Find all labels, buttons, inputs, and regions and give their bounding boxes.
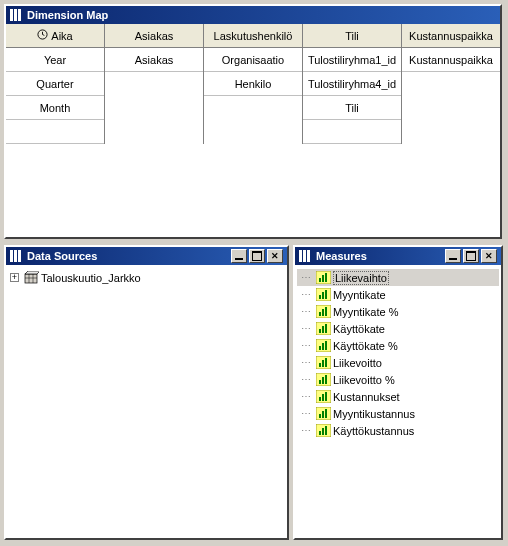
- tree-branch-icon: ⋯: [299, 323, 313, 334]
- measure-item[interactable]: ⋯Liikevaihto: [297, 269, 499, 286]
- measure-icon: [315, 339, 331, 353]
- svg-rect-42: [319, 380, 321, 384]
- dimension-map-body: AikaYearQuarterMonthAsiakasAsiakasLaskut…: [6, 24, 500, 237]
- dimension-header[interactable]: Kustannuspaikka: [402, 24, 500, 48]
- dimension-map-titlebar[interactable]: Dimension Map: [6, 6, 500, 24]
- svg-rect-27: [322, 309, 324, 316]
- data-source-item[interactable]: +Talouskuutio_Jarkko: [8, 269, 285, 286]
- measure-item[interactable]: ⋯Kustannukset: [297, 388, 499, 405]
- measure-item[interactable]: ⋯Myyntikustannus: [297, 405, 499, 422]
- svg-rect-30: [319, 329, 321, 333]
- expand-icon[interactable]: +: [10, 273, 19, 282]
- dimension-cell[interactable]: Henkilo: [204, 72, 302, 96]
- svg-rect-50: [319, 414, 321, 418]
- svg-rect-35: [322, 343, 324, 350]
- dimension-cell[interactable]: Tulostiliryhma4_id: [303, 72, 401, 96]
- svg-rect-55: [322, 428, 324, 435]
- tree-branch-icon: ⋯: [299, 289, 313, 300]
- svg-rect-2: [18, 9, 21, 21]
- tree-branch-icon: ⋯: [299, 425, 313, 436]
- svg-line-5: [43, 35, 45, 36]
- measure-icon: [315, 356, 331, 370]
- svg-rect-34: [319, 346, 321, 350]
- measures-titlebar[interactable]: Measures ✕: [295, 247, 501, 265]
- measure-item[interactable]: ⋯Myyntikate: [297, 286, 499, 303]
- svg-rect-9: [25, 274, 37, 283]
- dimension-cell-label: Organisaatio: [222, 54, 284, 66]
- dimension-cell[interactable]: Kustannuspaikka: [402, 48, 500, 72]
- dimension-cell-label: Tulostiliryhma1_id: [308, 54, 396, 66]
- dimension-cell-empty[interactable]: [303, 120, 401, 144]
- dimension-cell-label: Kustannuspaikka: [409, 54, 493, 66]
- dimension-cell[interactable]: Organisaatio: [204, 48, 302, 72]
- measure-label: Liikevoitto: [333, 357, 382, 369]
- svg-rect-26: [319, 312, 321, 316]
- measure-icon: [315, 373, 331, 387]
- minimize-button[interactable]: [231, 249, 247, 263]
- dimension-cell[interactable]: Month: [6, 96, 104, 120]
- svg-rect-15: [303, 250, 306, 262]
- tree-branch-icon: ⋯: [299, 408, 313, 419]
- dimension-column: TiliTulostiliryhma1_idTulostiliryhma4_id…: [303, 24, 402, 144]
- measure-icon: [315, 288, 331, 302]
- dimension-header-label: Tili: [345, 30, 359, 42]
- svg-rect-43: [322, 377, 324, 384]
- close-button[interactable]: ✕: [267, 249, 283, 263]
- dimension-column: AsiakasAsiakas: [105, 24, 204, 144]
- svg-rect-28: [325, 307, 327, 316]
- dimension-cell[interactable]: Asiakas: [105, 48, 203, 72]
- svg-rect-8: [18, 250, 21, 262]
- data-sources-title: Data Sources: [27, 250, 231, 262]
- measure-icon: [315, 322, 331, 336]
- measure-item[interactable]: ⋯Liikevoitto %: [297, 371, 499, 388]
- svg-rect-39: [322, 360, 324, 367]
- measure-label: Käyttökate %: [333, 340, 398, 352]
- svg-rect-54: [319, 431, 321, 435]
- dimension-header[interactable]: Tili: [303, 24, 401, 48]
- dimension-header[interactable]: Asiakas: [105, 24, 203, 48]
- measure-item[interactable]: ⋯Käyttökustannus: [297, 422, 499, 439]
- dimension-column: KustannuspaikkaKustannuspaikka: [402, 24, 500, 144]
- measure-item[interactable]: ⋯Käyttökate: [297, 320, 499, 337]
- maximize-button[interactable]: [463, 249, 479, 263]
- data-sources-panel: Data Sources ✕ +Talouskuutio_Jarkko: [4, 245, 289, 540]
- measures-tree[interactable]: ⋯Liikevaihto⋯Myyntikate⋯Myyntikate %⋯Käy…: [295, 265, 501, 538]
- svg-rect-44: [325, 375, 327, 384]
- close-button[interactable]: ✕: [481, 249, 497, 263]
- dimension-cell-label: Tulostiliryhma4_id: [308, 78, 396, 90]
- dimension-cell-empty[interactable]: [6, 120, 104, 144]
- minimize-button[interactable]: [445, 249, 461, 263]
- dimension-header-label: Laskutushenkilö: [214, 30, 293, 42]
- svg-rect-56: [325, 426, 327, 435]
- tree-branch-icon: ⋯: [299, 306, 313, 317]
- dimension-cell[interactable]: Quarter: [6, 72, 104, 96]
- svg-rect-6: [10, 250, 13, 262]
- svg-rect-47: [322, 394, 324, 401]
- dimension-cell-label: Year: [44, 54, 66, 66]
- svg-marker-10: [25, 271, 39, 274]
- tree-branch-icon: ⋯: [299, 374, 313, 385]
- data-sources-titlebar[interactable]: Data Sources ✕: [6, 247, 287, 265]
- svg-rect-31: [322, 326, 324, 333]
- maximize-button[interactable]: [249, 249, 265, 263]
- dimension-cell[interactable]: Year: [6, 48, 104, 72]
- bars-icon: [10, 250, 23, 263]
- measure-label: Käyttökate: [333, 323, 385, 335]
- measure-label: Kustannukset: [333, 391, 400, 403]
- dimension-header-label: Kustannuspaikka: [409, 30, 493, 42]
- svg-rect-19: [322, 275, 324, 282]
- svg-rect-18: [319, 278, 321, 282]
- measure-item[interactable]: ⋯Liikevoitto: [297, 354, 499, 371]
- dimension-header-label: Aika: [51, 30, 72, 42]
- svg-rect-7: [14, 250, 17, 262]
- measure-label: Liikevoitto %: [333, 374, 395, 386]
- svg-rect-32: [325, 324, 327, 333]
- measure-item[interactable]: ⋯Myyntikate %: [297, 303, 499, 320]
- data-sources-tree[interactable]: +Talouskuutio_Jarkko: [6, 265, 287, 538]
- measure-item[interactable]: ⋯Käyttökate %: [297, 337, 499, 354]
- dimension-cell[interactable]: Tulostiliryhma1_id: [303, 48, 401, 72]
- dimension-header[interactable]: Laskutushenkilö: [204, 24, 302, 48]
- dimension-header[interactable]: Aika: [6, 24, 104, 48]
- dimension-cell[interactable]: Tili: [303, 96, 401, 120]
- svg-rect-22: [319, 295, 321, 299]
